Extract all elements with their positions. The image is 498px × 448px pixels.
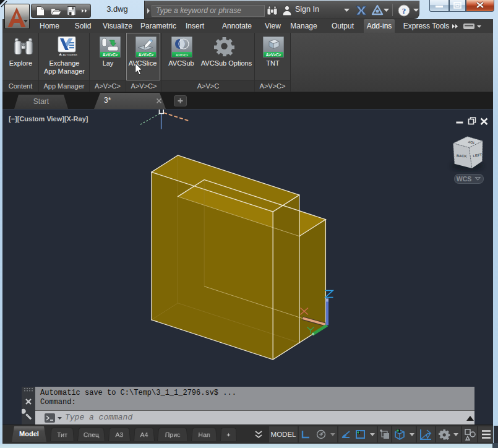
svg-text:WCS: WCS — [457, 175, 472, 183]
svg-text:A>V>C>: A>V>C> — [139, 53, 154, 57]
svg-text:A>V>C>: A>V>C> — [176, 53, 188, 57]
svg-text:AUTODESK: AUTODESK — [63, 53, 78, 56]
svg-text:A>V>C>: A>V>C> — [103, 53, 118, 57]
svg-text:BACK: BACK — [457, 153, 468, 158]
svg-text:A>V>C>: A>V>C> — [266, 53, 281, 57]
svg-text:?: ? — [402, 6, 406, 15]
